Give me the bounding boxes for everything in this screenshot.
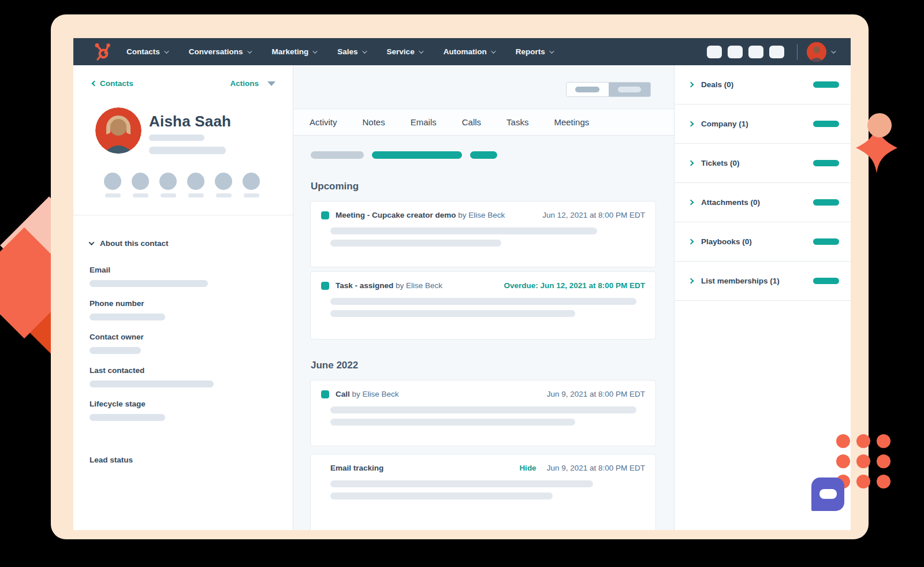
nav-item-label: Sales <box>337 47 357 56</box>
associations-panel: Deals (0) Company (1) Tickets (0) Attach… <box>674 65 851 530</box>
chevron-down-icon <box>549 49 554 53</box>
view-toggle[interactable] <box>566 82 651 97</box>
section-list-memberships[interactable]: List memberships (1) <box>675 262 851 301</box>
tab-meetings[interactable]: Meetings <box>554 117 589 127</box>
contact-action-button[interactable] <box>159 173 177 190</box>
activity-tabs: Activity Notes Emails Calls Tasks Meetin… <box>293 109 674 136</box>
card-title-text: Email tracking <box>330 464 383 472</box>
nav-item-sales[interactable]: Sales <box>337 47 365 56</box>
chevron-down-icon <box>89 240 95 245</box>
chevron-right-icon <box>688 278 694 284</box>
card-title: Task - assigned by Elise Beck <box>336 281 442 290</box>
placeholder-bar <box>330 310 575 317</box>
nav-tool-button[interactable] <box>769 46 784 58</box>
nav-item-contacts[interactable]: Contacts <box>126 47 167 56</box>
field-label: Last contacted <box>90 366 214 375</box>
section-playbooks[interactable]: Playbooks (0) <box>675 222 851 262</box>
chevron-down-icon <box>419 49 423 53</box>
view-toggle-left-segment[interactable] <box>567 83 609 96</box>
contact-action-button[interactable] <box>187 173 204 190</box>
nav-item-marketing[interactable]: Marketing <box>272 47 316 56</box>
contact-avatar <box>95 107 141 154</box>
hide-link[interactable]: Hide <box>519 464 536 472</box>
placeholder-bar <box>330 298 636 305</box>
field-label: Email <box>90 266 208 274</box>
placeholder-bar <box>330 419 575 426</box>
contact-name: Aisha Saah <box>149 113 231 130</box>
filter-chip-active[interactable] <box>372 151 462 159</box>
placeholder-bar <box>330 493 553 499</box>
chat-launcher-button[interactable] <box>811 478 844 511</box>
tab-activity[interactable]: Activity <box>310 117 337 127</box>
meeting-icon <box>321 211 329 219</box>
card-date: Jun 12, 2021 at 8:00 PM EDT <box>542 211 645 219</box>
activity-panel: Activity Notes Emails Calls Tasks Meetin… <box>293 65 674 530</box>
nav-item-label: Service <box>387 47 415 56</box>
field-phone-number: Phone number <box>90 299 165 320</box>
tab-notes[interactable]: Notes <box>363 117 385 127</box>
view-toggle-right-segment[interactable] <box>609 83 651 96</box>
nav-item-reports[interactable]: Reports <box>516 47 553 56</box>
chevron-down-icon <box>247 49 252 53</box>
placeholder-bar <box>90 414 165 421</box>
placeholder-pill <box>813 121 839 127</box>
user-avatar[interactable] <box>807 42 826 62</box>
section-label: Attachments (0) <box>701 198 760 207</box>
main-menu: Contacts Conversations Marketing Sales S… <box>126 47 553 56</box>
timeline-card-email-tracking: Email tracking Hide Jun 9, 2021 at 8:00 … <box>310 454 656 530</box>
placeholder-bar <box>149 135 204 141</box>
nav-item-service[interactable]: Service <box>387 47 422 56</box>
timeline-card-call: Call by Elise Beck Jun 9, 2021 at 8:00 P… <box>310 380 656 446</box>
contact-action-button[interactable] <box>243 173 260 190</box>
chevron-down-icon <box>491 49 495 53</box>
field-label: Phone number <box>90 299 165 308</box>
placeholder-bar <box>149 147 226 154</box>
about-header-label: About this contact <box>100 239 169 248</box>
contact-action-button[interactable] <box>132 173 149 190</box>
tab-tasks[interactable]: Tasks <box>506 117 528 127</box>
actions-dropdown[interactable]: Actions <box>230 79 275 88</box>
task-icon <box>321 282 329 290</box>
nav-item-label: Automation <box>444 47 487 56</box>
nav-tool-button[interactable] <box>728 46 743 58</box>
field-label: Lifecycle stage <box>90 400 165 408</box>
chevron-right-icon <box>688 121 694 127</box>
card-byline: by Elise Beck <box>456 211 505 219</box>
divider <box>73 215 293 215</box>
section-attachments[interactable]: Attachments (0) <box>675 183 851 222</box>
contact-action-button[interactable] <box>104 173 121 190</box>
nav-item-label: Reports <box>516 47 545 56</box>
filter-chip[interactable] <box>311 151 364 159</box>
nav-tool-button[interactable] <box>748 46 763 58</box>
chevron-down-icon[interactable] <box>831 49 836 53</box>
nav-tool-button[interactable] <box>707 46 722 58</box>
about-this-contact-toggle[interactable]: About this contact <box>90 239 169 248</box>
placeholder-bar <box>90 280 208 287</box>
timeline-card-task: Task - assigned by Elise Beck Overdue: J… <box>310 271 656 340</box>
contact-action-button[interactable] <box>215 173 232 190</box>
deco-circle <box>867 113 892 137</box>
section-label: List memberships (1) <box>701 277 780 285</box>
placeholder-bar <box>90 314 165 320</box>
hubspot-logo-icon[interactable] <box>94 43 111 61</box>
tab-emails[interactable]: Emails <box>411 117 437 127</box>
nav-item-conversations[interactable]: Conversations <box>189 47 251 56</box>
back-to-contacts-link[interactable]: Contacts <box>92 79 133 88</box>
field-last-contacted: Last contacted <box>90 366 214 387</box>
dropdown-arrow-icon <box>267 81 275 86</box>
chat-bubble-icon <box>819 489 837 499</box>
filter-chip-active[interactable] <box>470 151 497 159</box>
nav-item-label: Contacts <box>126 47 160 56</box>
placeholder-bar <box>330 406 636 413</box>
card-date: Jun 9, 2021 at 8:00 PM EDT <box>547 464 645 472</box>
section-deals[interactable]: Deals (0) <box>675 65 851 105</box>
tab-calls[interactable]: Calls <box>462 117 481 127</box>
section-tickets[interactable]: Tickets (0) <box>675 144 851 183</box>
chevron-down-icon <box>362 49 367 53</box>
section-label: Deals (0) <box>701 80 733 89</box>
section-company[interactable]: Company (1) <box>675 105 851 144</box>
section-label: Playbooks (0) <box>701 237 752 246</box>
nav-item-automation[interactable]: Automation <box>444 47 494 56</box>
chevron-down-icon <box>164 49 169 53</box>
card-byline: by Elise Beck <box>350 390 399 398</box>
